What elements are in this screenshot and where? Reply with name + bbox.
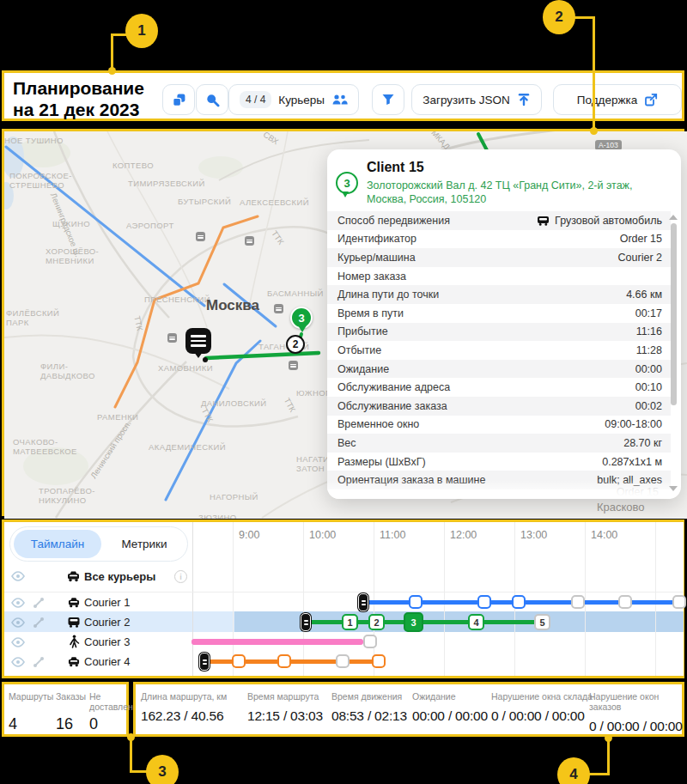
callout-2-anchor bbox=[590, 127, 598, 135]
timeline-depot-icon bbox=[358, 593, 368, 611]
eye-icon[interactable] bbox=[11, 637, 25, 647]
truck-icon bbox=[67, 616, 81, 628]
map-city-label: Москва bbox=[206, 297, 259, 314]
search-button[interactable] bbox=[196, 84, 228, 115]
all-couriers-row[interactable]: Все курьеры i bbox=[4, 563, 192, 591]
scroll-up-arrow[interactable] bbox=[669, 215, 678, 220]
pedestrian-icon bbox=[69, 635, 80, 648]
timeline-panel: 9:00 10:00 11:00 12:00 13:00 14:00 Таймл… bbox=[2, 520, 684, 678]
route-bar-courier3[interactable] bbox=[192, 639, 363, 645]
upload-icon bbox=[517, 93, 531, 106]
map-panel[interactable]: НОЕ ТУШИНО ПОКРОВСКОЕ- СТРЕШНЕВО КОПТЕВО… bbox=[2, 129, 684, 516]
map-label: ДАНИЛОВСКИЙ bbox=[201, 398, 267, 408]
timeline-stop[interactable] bbox=[336, 654, 350, 668]
timeline-stop[interactable] bbox=[477, 595, 491, 609]
train-station-icon bbox=[196, 232, 205, 241]
map-label: НОЕ ТУШИНО bbox=[4, 136, 64, 145]
timeline-stop-5[interactable]: 5 bbox=[534, 614, 550, 630]
order-popup: 3 Client 15 Золоторожский Вал д. 42 ТЦ «… bbox=[327, 149, 681, 499]
page-title: Планирование на 21 дек 2023 bbox=[13, 77, 144, 120]
route-icon[interactable] bbox=[33, 597, 45, 609]
tab-metrics[interactable]: Метрики bbox=[101, 538, 187, 550]
timeline-stop[interactable] bbox=[277, 654, 291, 668]
table-row: Временное окно09:00-18:00 bbox=[327, 416, 671, 435]
timeline-stop-2[interactable]: 2 bbox=[368, 614, 385, 630]
load-json-label: Загрузить JSON bbox=[423, 94, 509, 106]
timeline-stop-3-selected[interactable]: 3 bbox=[404, 612, 423, 632]
timeline-stop-1[interactable]: 1 bbox=[342, 614, 358, 630]
route-icon[interactable] bbox=[33, 656, 45, 668]
header-panel: Планирование на 21 дек 2023 4 / 4 Курьер… bbox=[2, 70, 684, 121]
eye-icon[interactable] bbox=[11, 571, 25, 581]
table-row: Ожидание00:00 bbox=[327, 360, 671, 379]
map-label: ФИЛИ- ДАВЫДКОВО bbox=[40, 362, 95, 380]
map-label: ЗЮЗИНО bbox=[198, 513, 237, 519]
popup-scrollbar[interactable] bbox=[671, 223, 677, 405]
callout-3-connector bbox=[130, 737, 132, 773]
timeline-stop[interactable] bbox=[409, 595, 423, 609]
tab-timeline[interactable]: Таймлайн bbox=[14, 530, 101, 558]
eye-icon[interactable] bbox=[11, 598, 25, 608]
stat-depot-window-violation: Нарушение окна склада 0 / 00:00 / 00:00 bbox=[491, 691, 593, 724]
timeline-stop[interactable] bbox=[232, 654, 246, 668]
popup-title: Client 15 bbox=[367, 160, 424, 175]
couriers-button[interactable]: 4 / 4 Курьеры bbox=[228, 84, 359, 115]
timeline-stop[interactable] bbox=[363, 635, 377, 648]
search-icon bbox=[205, 93, 220, 107]
callout-4: 4 bbox=[557, 757, 590, 784]
popup-address-link[interactable]: Золоторожский Вал д. 42 ТЦ «Гранд Сити»,… bbox=[367, 179, 659, 206]
courier-name[interactable]: Courier 4 bbox=[84, 655, 130, 668]
people-icon bbox=[331, 94, 348, 106]
eye-icon[interactable] bbox=[11, 617, 25, 628]
timeline-stop[interactable] bbox=[618, 595, 632, 609]
stats-metrics-panel: Длина маршрута, км 162.23 / 40.56 Время … bbox=[133, 682, 684, 737]
map-label: БАСМАННЫЙ bbox=[267, 289, 324, 298]
timeline-stop[interactable] bbox=[672, 595, 686, 609]
popup-detail-table: Способ передвиженияГрузовой автомобиль И… bbox=[327, 211, 671, 489]
eye-icon[interactable] bbox=[11, 657, 25, 667]
timeline-stop[interactable] bbox=[372, 654, 386, 668]
map-label: АКАДЕМИЧЕСКИЙ bbox=[149, 442, 226, 452]
route-icon[interactable] bbox=[33, 617, 45, 629]
map-label: РАМЕНКИ bbox=[97, 412, 138, 422]
map-label: ПРЕСНЕНСКИЙ bbox=[144, 295, 210, 304]
table-row: Вес28.70 кг bbox=[327, 434, 671, 453]
support-label: Поддержка bbox=[577, 94, 637, 106]
scroll-down-arrow[interactable] bbox=[669, 486, 678, 491]
hour-tick: 13:00 bbox=[520, 529, 547, 541]
table-row: ИдентификаторOrder 15 bbox=[327, 230, 671, 249]
courier-name[interactable]: Courier 2 bbox=[84, 616, 130, 629]
stat-route-length: Длина маршрута, км 162.23 / 40.56 bbox=[141, 691, 227, 724]
stat-undelivered: Не доставлено 0 bbox=[89, 691, 129, 733]
timeline-stop[interactable] bbox=[571, 595, 585, 609]
hour-tick: 9:00 bbox=[239, 529, 259, 541]
map-canvas[interactable]: НОЕ ТУШИНО ПОКРОВСКОЕ- СТРЕШНЕВО КОПТЕВО… bbox=[4, 131, 687, 519]
stat-order-window-violation: Нарушение окон заказов 0 / 00:00 / 00:00 bbox=[589, 691, 683, 734]
hour-tick: 11:00 bbox=[380, 529, 405, 541]
stat-routes: Маршруты 4 bbox=[9, 691, 53, 733]
map-town-label: Красково bbox=[597, 501, 645, 514]
courier-name[interactable]: Courier 3 bbox=[84, 635, 130, 648]
map-stop-marker-3[interactable]: 3 bbox=[290, 307, 313, 329]
map-label: ХАМОВНИКИ bbox=[158, 363, 213, 373]
train-station-icon bbox=[245, 236, 254, 246]
copy-icon bbox=[172, 93, 186, 107]
map-label: ФИЛЁВСКИЙ ПАРК bbox=[6, 308, 59, 327]
callout-1: 1 bbox=[125, 14, 158, 48]
depot-dot bbox=[203, 357, 208, 362]
map-stop-marker-2[interactable]: 2 bbox=[286, 335, 305, 354]
hour-tick: 12:00 bbox=[450, 529, 477, 541]
callout-2: 2 bbox=[543, 0, 575, 34]
timeline-stop[interactable] bbox=[512, 595, 526, 609]
table-row: Размеры (ШхВхГ)0.287x1x1 м bbox=[327, 453, 671, 471]
courier-name[interactable]: Courier 1 bbox=[84, 596, 130, 609]
view-tabs: Таймлайн Метрики bbox=[9, 526, 188, 562]
support-button[interactable]: Поддержка bbox=[553, 84, 682, 115]
copy-routes-button[interactable] bbox=[162, 84, 195, 115]
depot-marker[interactable] bbox=[185, 328, 211, 354]
load-json-button[interactable]: Загрузить JSON bbox=[411, 84, 542, 115]
timeline-stop-4[interactable]: 4 bbox=[468, 614, 484, 630]
info-icon[interactable]: i bbox=[174, 570, 187, 583]
map-label: БУТЫРСКИЙ bbox=[178, 197, 231, 206]
filter-button[interactable] bbox=[372, 84, 404, 115]
